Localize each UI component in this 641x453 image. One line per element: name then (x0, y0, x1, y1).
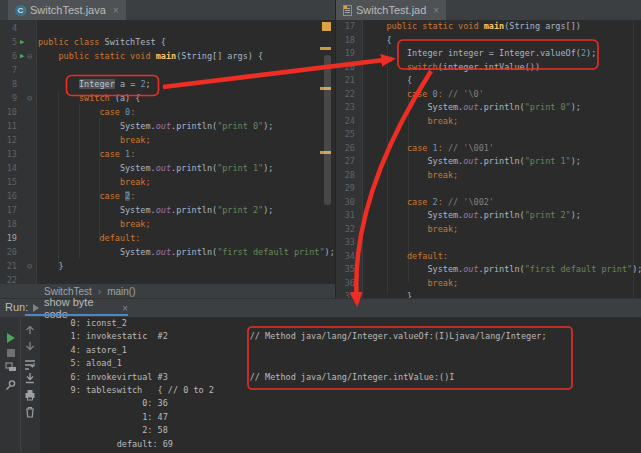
code-text (362, 128, 366, 142)
line-number: 30 (336, 196, 355, 210)
code-line[interactable]: 18 { (336, 34, 641, 48)
line-number: 21 (336, 74, 355, 88)
gutter: 27 (336, 155, 362, 169)
code-line[interactable]: 37 } (336, 290, 641, 298)
decompiled-jad-editor[interactable]: 17 public static void main(String args[]… (336, 20, 641, 298)
code-line[interactable]: 21 { (336, 74, 641, 88)
code-line[interactable]: 21⊖ } (0, 259, 335, 273)
code-line[interactable]: 17 public static void main(String args[]… (336, 20, 641, 34)
code-line[interactable]: 13 case 1: (0, 147, 335, 161)
breadcrumb-item[interactable]: SwitchTest (44, 286, 92, 297)
gutter: 28 (336, 169, 362, 183)
code-text: } (36, 259, 64, 273)
gutter: 24 (336, 115, 362, 129)
code-line[interactable]: 32 break; (336, 223, 641, 237)
code-line[interactable]: 18 break; (0, 217, 335, 231)
code-line[interactable]: 14 System.out.println("print 1"); (0, 161, 335, 175)
code-line[interactable]: 34 default: (336, 250, 641, 264)
line-number: 19 (0, 231, 17, 245)
code-line[interactable]: 19 Integer integer = Integer.valueOf(2); (336, 47, 641, 61)
run-line-icon[interactable]: ▶ (20, 35, 24, 49)
code-line[interactable]: 16 case 2: (0, 189, 335, 203)
code-line[interactable]: 4 (0, 21, 335, 35)
code-text: System.out.println("first default print"… (362, 263, 641, 277)
code-line[interactable]: 11 System.out.println("print 0"); (0, 119, 335, 133)
line-number: 24 (336, 115, 355, 129)
code-text: public static void main(String args[]) (362, 20, 581, 34)
code-line[interactable]: 33 (336, 236, 641, 250)
line-number: 27 (336, 155, 355, 169)
gutter: 10 (0, 105, 36, 119)
code-text: break; (36, 175, 151, 189)
fold-icon[interactable]: ⊖ (27, 91, 32, 105)
right-scrollbar-track[interactable] (633, 20, 634, 298)
close-icon[interactable]: × (113, 5, 119, 16)
close-icon[interactable]: × (433, 5, 439, 16)
warning-stripe-mark[interactable] (320, 47, 331, 50)
gutter: 13 (0, 147, 36, 161)
code-line[interactable]: 23 System.out.println("print 0"); (336, 101, 641, 115)
line-number: 22 (336, 88, 355, 102)
code-line[interactable]: 7 (0, 63, 335, 77)
code-line[interactable]: 8 Integer a = 2; (0, 77, 335, 91)
clear-all-icon[interactable] (24, 406, 36, 418)
code-line[interactable]: 31 System.out.println("print 2"); (336, 209, 641, 223)
fold-icon[interactable]: ⊖ (27, 49, 32, 63)
code-text: case 1: (36, 147, 135, 161)
editor-split-divider[interactable] (335, 0, 336, 298)
close-icon[interactable]: × (122, 303, 128, 314)
code-text: System.out.println("print 2"); (362, 209, 581, 223)
code-line[interactable]: 20 System.out.println("first default pri… (0, 245, 335, 259)
line-number: 16 (0, 189, 17, 203)
code-text: System.out.println("print 2"); (36, 203, 273, 217)
code-text: Integer integer = Integer.valueOf(2); (362, 47, 596, 61)
code-line[interactable]: 15 break; (0, 175, 335, 189)
line-number: 9 (0, 91, 17, 105)
code-line[interactable]: 20 switch(integer.intValue()) (336, 61, 641, 75)
print-icon[interactable] (24, 389, 36, 401)
indent-guide (99, 118, 100, 244)
code-text: switch (a) { (36, 91, 140, 105)
tab-switchtest-jad[interactable]: SwitchTest.jad × (336, 0, 446, 20)
code-line[interactable]: 17 System.out.println("print 2"); (0, 203, 335, 217)
code-line[interactable]: 36 break; (336, 277, 641, 291)
line-number: 7 (0, 63, 17, 77)
code-line[interactable]: 12 break; (0, 133, 335, 147)
code-line[interactable]: 5▶public class SwitchTest { (0, 35, 335, 49)
code-line[interactable]: 10 case 0: (0, 105, 335, 119)
code-line[interactable]: 35 System.out.println("first default pri… (336, 263, 641, 277)
breadcrumb-item[interactable]: main() (107, 286, 135, 297)
code-line[interactable]: 29 (336, 182, 641, 196)
line-number: 34 (336, 250, 355, 264)
line-number: 13 (0, 147, 17, 161)
fold-icon[interactable]: ⊖ (27, 259, 32, 273)
code-line[interactable]: 9⊖ switch (a) { (0, 91, 335, 105)
code-line[interactable]: 26 case 1: // '\001' (336, 142, 641, 156)
code-line[interactable]: 28 break; (336, 169, 641, 183)
code-line[interactable]: 30 case 2: // '\002' (336, 196, 641, 210)
code-line[interactable]: 19 default: (0, 231, 335, 245)
code-line[interactable]: 22 case 0: // '\0' (336, 88, 641, 102)
restore-layout-icon[interactable] (5, 361, 17, 373)
scroll-end-icon[interactable] (24, 372, 36, 384)
code-line[interactable]: 6▶⊖ public static void main(String[] arg… (0, 49, 335, 63)
run-line-icon[interactable]: ▶ (20, 49, 24, 63)
code-line[interactable]: 24 break; (336, 115, 641, 129)
tab-switchtest-java[interactable]: C SwitchTest.java × (8, 0, 126, 20)
pin-tab-icon[interactable] (5, 379, 17, 391)
soft-wrap-icon[interactable] (24, 358, 36, 370)
selected-tab-underline (25, 314, 128, 317)
rerun-icon[interactable] (5, 332, 17, 344)
code-line[interactable]: 25 (336, 128, 641, 142)
down-stack-icon[interactable] (24, 340, 36, 352)
java-source-editor[interactable]: 45▶public class SwitchTest {6▶⊖ public s… (0, 20, 335, 285)
code-text: public class SwitchTest { (36, 35, 166, 49)
code-text (362, 182, 366, 196)
stop-icon[interactable] (5, 347, 17, 359)
scrollbar-thumb[interactable] (324, 55, 331, 205)
bytecode-line: 4: astore_1 (45, 344, 547, 357)
code-text (362, 236, 366, 250)
code-line[interactable]: 27 System.out.println("print 1"); (336, 155, 641, 169)
line-number: 23 (336, 101, 355, 115)
up-stack-icon[interactable] (24, 324, 36, 336)
